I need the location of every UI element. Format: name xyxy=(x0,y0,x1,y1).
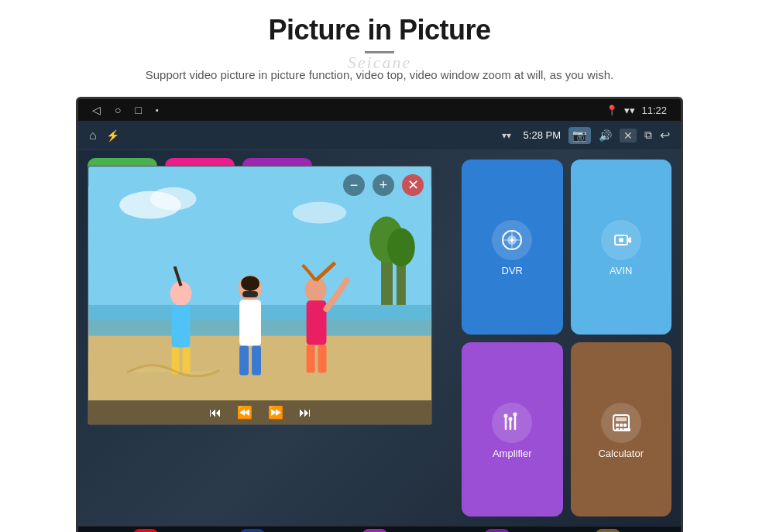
calculator-label: Calculator xyxy=(598,448,644,459)
bottom-app-amplifier[interactable]: Amplifier xyxy=(482,529,512,532)
svg-rect-42 xyxy=(616,428,619,431)
siriusxm-icon xyxy=(240,529,265,532)
toolbar-left: ⌂ ⚡ xyxy=(89,129,119,142)
calculator-bottom-icon xyxy=(596,529,620,532)
bottom-app-siriusxm[interactable]: SiriusXM xyxy=(237,529,268,532)
pip-toolbar-icon[interactable]: ⧉ xyxy=(644,129,652,142)
app-grid: DVR AVIN xyxy=(452,150,681,526)
svg-rect-38 xyxy=(616,417,627,421)
title-divider xyxy=(365,51,394,53)
svg-rect-43 xyxy=(620,428,623,431)
home-nav-icon[interactable]: ○ xyxy=(115,104,121,116)
amplifier-icon xyxy=(492,403,532,443)
page-subtitle: Support video picture in picture functio… xyxy=(101,66,658,84)
pip-next-btn[interactable]: ⏭ xyxy=(299,406,311,420)
bottom-app-calculator[interactable]: Calculator xyxy=(591,529,626,532)
calculator-icon xyxy=(601,403,641,443)
app-tile-amplifier[interactable]: Amplifier xyxy=(462,342,563,517)
pip-video-scene xyxy=(88,166,431,424)
svg-rect-16 xyxy=(239,346,249,376)
svg-rect-18 xyxy=(242,291,258,297)
avin-label: AVIN xyxy=(610,265,632,276)
back-toolbar-icon[interactable]: ↩ xyxy=(660,128,670,142)
svg-rect-13 xyxy=(183,348,191,375)
wifi-signal-icon: ▾▾ xyxy=(624,105,635,116)
svg-rect-39 xyxy=(616,424,619,427)
pip-prev-btn[interactable]: ⏮ xyxy=(209,406,222,420)
svg-point-20 xyxy=(305,277,327,302)
device-frame: ◁ ○ □ ▪ 📍 ▾▾ 11:22 ⌂ ⚡ ▾▾ 5:28 PM 📷 🔊 ✕ … xyxy=(76,97,683,532)
bottom-bar: N Netflix SiriusXM xyxy=(78,526,681,532)
close-toolbar-icon[interactable]: ✕ xyxy=(620,129,637,142)
camera-toolbar-icon[interactable]: 📷 xyxy=(568,127,591,144)
pip-forward-btn[interactable]: ⏩ xyxy=(268,405,283,420)
svg-point-5 xyxy=(293,202,347,224)
nav-icons-left: ◁ ○ □ ▪ xyxy=(92,104,159,116)
pip-container: ▶ xyxy=(88,166,432,425)
back-nav-icon[interactable]: ◁ xyxy=(92,104,101,116)
svg-rect-41 xyxy=(623,424,627,427)
page-title: Picture in Picture xyxy=(0,14,759,46)
pip-minimize-btn[interactable]: − xyxy=(343,174,365,196)
status-bar-top: ◁ ○ □ ▪ 📍 ▾▾ 11:22 xyxy=(78,99,681,121)
pip-playback-controls: ⏮ ⏪ ⏩ ⏭ xyxy=(88,400,431,424)
svg-point-35 xyxy=(509,417,513,420)
svg-rect-40 xyxy=(620,424,623,427)
pip-controls-overlay: − + ✕ xyxy=(343,174,424,196)
screenshot-nav-icon[interactable]: ▪ xyxy=(156,105,159,115)
dvr-label: DVR xyxy=(502,265,523,276)
app-tile-avin[interactable]: AVIN xyxy=(571,160,672,335)
amplifier-label: Amplifier xyxy=(493,448,532,459)
status-time: 11:22 xyxy=(641,105,667,116)
amplifier-bottom-icon xyxy=(485,529,510,532)
pip-maximize-btn[interactable]: + xyxy=(373,174,394,196)
svg-point-9 xyxy=(387,228,415,267)
gps-icon: 📍 xyxy=(606,105,618,116)
avin-icon xyxy=(601,220,641,260)
pip-video-bg: ▶ xyxy=(88,166,431,424)
status-right: 📍 ▾▾ 11:22 xyxy=(606,105,667,116)
svg-point-4 xyxy=(150,187,197,211)
dvr-icon xyxy=(492,220,532,260)
svg-rect-23 xyxy=(318,345,327,373)
bottom-app-netflix[interactable]: N Netflix xyxy=(133,529,158,532)
netflix-icon: N xyxy=(133,529,158,532)
app-tile-calculator[interactable]: Calculator xyxy=(571,342,672,517)
toolbar-time: 5:28 PM xyxy=(524,129,561,141)
bottom-app-wheelkey[interactable]: Wheelkey Study xyxy=(347,529,403,532)
wifi-toolbar-icon: ▾▾ xyxy=(502,130,511,141)
toolbar-right: ▾▾ 5:28 PM 📷 🔊 ✕ ⧉ ↩ xyxy=(502,127,670,144)
main-area: ▶ xyxy=(78,150,681,526)
svg-rect-21 xyxy=(307,300,327,345)
svg-rect-22 xyxy=(307,345,315,373)
svg-point-19 xyxy=(241,276,259,291)
svg-rect-11 xyxy=(172,305,191,348)
page-header: Picture in Picture xyxy=(0,0,759,66)
home-icon[interactable]: ⌂ xyxy=(89,129,97,142)
svg-rect-17 xyxy=(252,346,261,376)
pip-rewind-btn[interactable]: ⏪ xyxy=(237,405,252,420)
toolbar: ⌂ ⚡ ▾▾ 5:28 PM 📷 🔊 ✕ ⧉ ↩ xyxy=(78,121,681,150)
wheelkey-icon xyxy=(362,529,387,532)
svg-rect-44 xyxy=(623,428,630,431)
svg-point-30 xyxy=(619,238,623,242)
volume-toolbar-icon[interactable]: 🔊 xyxy=(599,129,612,142)
svg-rect-15 xyxy=(239,300,261,346)
pip-close-btn[interactable]: ✕ xyxy=(402,174,424,196)
recents-nav-icon[interactable]: □ xyxy=(135,104,141,116)
svg-point-36 xyxy=(513,412,517,416)
svg-point-34 xyxy=(504,414,508,417)
app-tile-dvr[interactable]: DVR xyxy=(462,160,563,335)
usb-icon[interactable]: ⚡ xyxy=(106,129,119,142)
